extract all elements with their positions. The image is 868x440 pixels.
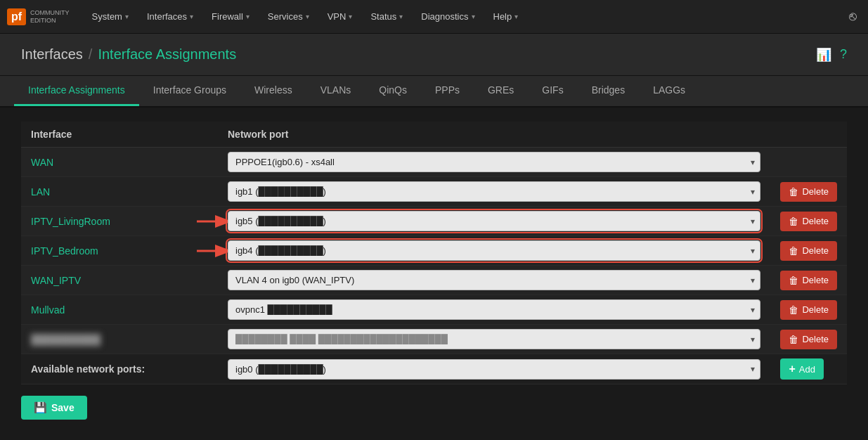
network-port-wrap: igb5 (██████████) ▾ — [228, 211, 760, 231]
network-port-wrap: VLAN 4 on igb0 (WAN_IPTV) ▾ — [228, 270, 760, 290]
logo: pf COMMUNITYEDITION — [7, 8, 70, 25]
mullvad-port-select[interactable]: ovpnc1 ██████████ — [228, 299, 760, 320]
interface-name: WAN — [31, 157, 53, 168]
breadcrumb-bar: Interfaces / Interface Assignments 📊 ? — [0, 34, 868, 76]
tab-interface-assignments[interactable]: Interface Assignments — [14, 76, 139, 106]
delete-button[interactable]: 🗑 Delete — [780, 182, 837, 202]
trash-icon: 🗑 — [789, 245, 798, 257]
interface-name: WAN_IPTV — [31, 275, 81, 286]
delete-button[interactable]: 🗑 Delete — [780, 212, 837, 231]
iptv-bedroom-port-select[interactable]: igb4 (██████████) — [228, 240, 760, 261]
chevron-down-icon: ▾ — [125, 13, 129, 20]
table-row: ██████████ ████████ ████ ███████████████… — [21, 325, 847, 354]
tab-laggs[interactable]: LAGGs — [639, 76, 699, 106]
save-button[interactable]: 💾 Save — [21, 396, 87, 420]
chevron-down-icon: ▾ — [306, 13, 309, 20]
available-port-wrap: igb0 (██████████) ▾ — [228, 359, 760, 380]
table-row: WAN_IPTV VLAN 4 on igb0 (WAN_IPTV) ▾ 🗑 D… — [21, 266, 847, 295]
lan-port-select[interactable]: igb1 (██████████) — [228, 181, 760, 202]
chart-icon[interactable]: 📊 — [816, 47, 831, 63]
chevron-down-icon: ▾ — [190, 13, 193, 20]
nav-status[interactable]: Status ▾ — [362, 7, 411, 26]
nav-vpn[interactable]: VPN ▾ — [319, 7, 361, 26]
delete-button[interactable]: 🗑 Delete — [780, 330, 837, 349]
nav-services[interactable]: Services ▾ — [259, 7, 318, 26]
interface-name: Mullvad — [31, 304, 65, 316]
available-label: Available network ports: — [31, 363, 145, 375]
breadcrumb-separator: / — [89, 46, 93, 63]
top-navigation: pf COMMUNITYEDITION System ▾ Interfaces … — [0, 0, 868, 34]
breadcrumb: Interfaces / Interface Assignments — [21, 46, 236, 63]
delete-button[interactable]: 🗑 Delete — [780, 271, 837, 290]
tab-gifs[interactable]: GIFs — [528, 76, 577, 106]
trash-icon: 🗑 — [789, 186, 798, 198]
table-header: Interface Network port — [21, 122, 847, 148]
network-port-wrap: PPPOE1(igb0.6) - xs4all ▾ — [228, 152, 760, 172]
network-port-wrap: igb1 (██████████) ▾ — [228, 181, 760, 202]
chevron-down-icon: ▾ — [472, 13, 475, 20]
logo-edition: COMMUNITYEDITION — [30, 9, 70, 25]
wan-iptv-port-select[interactable]: VLAN 4 on igb0 (WAN_IPTV) — [228, 270, 760, 290]
table-row: IPTV_LivingRoom igb5 (███ — [21, 207, 847, 236]
tab-ppps[interactable]: PPPs — [421, 76, 474, 106]
breadcrumb-icons: 📊 ? — [816, 47, 847, 63]
breadcrumb-current: Interface Assignments — [98, 46, 236, 63]
iptv-livingroom-port-select[interactable]: igb5 (██████████) — [228, 211, 760, 231]
nav-system[interactable]: System ▾ — [84, 7, 137, 26]
tab-gres[interactable]: GREs — [474, 76, 528, 106]
trash-icon: 🗑 — [789, 275, 798, 286]
interface-name-blurred: ██████████ — [31, 334, 101, 345]
tab-bridges[interactable]: Bridges — [578, 76, 639, 106]
chevron-down-icon: ▾ — [399, 13, 403, 20]
interface-name: IPTV_LivingRoom — [31, 216, 110, 227]
blurred-port-select[interactable]: ████████ ████ ████████████████████ — [228, 329, 760, 349]
chevron-down-icon: ▾ — [349, 13, 352, 20]
tab-wireless[interactable]: Wireless — [240, 76, 306, 106]
trash-icon: 🗑 — [789, 216, 798, 227]
col-network-port: Network port — [218, 122, 770, 148]
available-ports-row: Available network ports: igb0 (█████████… — [21, 354, 847, 384]
trash-icon: 🗑 — [789, 334, 798, 345]
network-port-wrap: ████████ ████ ████████████████████ ▾ — [228, 329, 760, 349]
nav-right: ⎋ — [845, 9, 861, 24]
nav-diagnostics[interactable]: Diagnostics ▾ — [413, 7, 483, 26]
available-port-select[interactable]: igb0 (██████████) — [228, 359, 760, 380]
nav-firewall[interactable]: Firewall ▾ — [203, 7, 258, 26]
delete-button[interactable]: 🗑 Delete — [780, 241, 837, 261]
logout-icon[interactable]: ⎋ — [845, 5, 861, 27]
chevron-down-icon: ▾ — [246, 13, 250, 20]
nav-interfaces[interactable]: Interfaces ▾ — [138, 7, 202, 26]
main-content: Interface Network port WAN PPPOE1(igb0.6… — [0, 108, 868, 434]
trash-icon: 🗑 — [789, 304, 798, 316]
network-port-wrap: igb4 (██████████) ▾ — [228, 240, 760, 261]
save-icon: 💾 — [34, 401, 47, 414]
table-row: WAN PPPOE1(igb0.6) - xs4all ▾ — [21, 148, 847, 177]
tab-qinqs[interactable]: QinQs — [365, 76, 421, 106]
wan-port-select[interactable]: PPPOE1(igb0.6) - xs4all — [228, 152, 760, 172]
tab-vlans[interactable]: VLANs — [306, 76, 365, 106]
tabs-bar: Interface Assignments Interface Groups W… — [0, 76, 868, 108]
col-interface: Interface — [21, 122, 218, 148]
interface-name: IPTV_Bedroom — [31, 245, 98, 257]
table-row: IPTV_Bedroom igb4 (██████████) — [21, 236, 847, 266]
table-row: LAN igb1 (██████████) ▾ 🗑 Delete — [21, 177, 847, 207]
add-button[interactable]: + Add — [780, 358, 823, 380]
network-port-wrap: ovpnc1 ██████████ ▾ — [228, 299, 760, 320]
plus-icon: + — [789, 363, 795, 375]
help-icon[interactable]: ? — [840, 47, 847, 63]
nav-items: System ▾ Interfaces ▾ Firewall ▾ Service… — [84, 7, 845, 26]
delete-button[interactable]: 🗑 Delete — [780, 300, 837, 320]
interface-table: Interface Network port WAN PPPOE1(igb0.6… — [21, 122, 847, 384]
breadcrumb-parent: Interfaces — [21, 46, 83, 63]
tab-interface-groups[interactable]: Interface Groups — [139, 76, 240, 106]
nav-help[interactable]: Help ▾ — [485, 7, 527, 26]
logo-box: pf — [7, 8, 26, 25]
interface-name: LAN — [31, 186, 50, 198]
table-row: Mullvad ovpnc1 ██████████ ▾ 🗑 Delete — [21, 295, 847, 325]
chevron-down-icon: ▾ — [514, 13, 518, 20]
